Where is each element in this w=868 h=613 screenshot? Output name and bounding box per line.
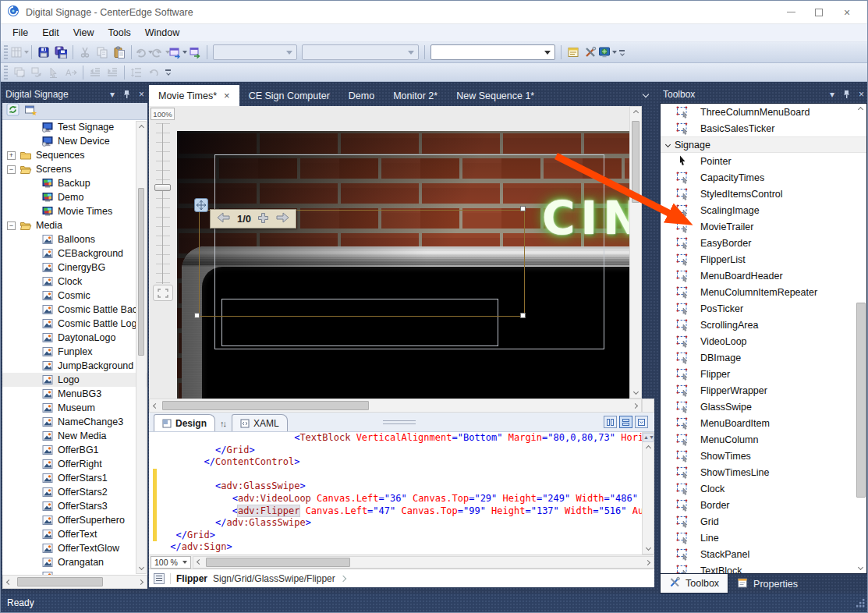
zoom-slider[interactable] bbox=[156, 123, 170, 284]
scroll-right-icon[interactable] bbox=[629, 400, 641, 412]
expand-icon[interactable]: + bbox=[7, 151, 16, 160]
toolbox-item-capacitytimes[interactable]: CapacityTimes bbox=[661, 169, 866, 186]
tree-item-daytonalogo[interactable]: DaytonaLogo bbox=[2, 331, 147, 345]
code-line[interactable]: </adv:GlassSwipe> bbox=[149, 517, 654, 530]
designer-horizontal-scrollbar[interactable] bbox=[149, 399, 642, 413]
editor-split-handle[interactable]: ▲▼ bbox=[643, 433, 654, 442]
breadcrumb-expand-icon[interactable] bbox=[340, 575, 346, 581]
code-line[interactable]: </ContentControl> bbox=[149, 456, 654, 469]
tree-item-movie-times[interactable]: Movie Times bbox=[2, 204, 147, 218]
rename-text-button[interactable]: A bbox=[62, 64, 80, 81]
scroll-down-icon[interactable] bbox=[643, 542, 654, 554]
tree-item-cosmic-battle-bac[interactable]: Cosmic Battle Bac bbox=[2, 303, 147, 317]
next-arrow-icon[interactable] bbox=[275, 212, 289, 226]
editor-vertical-scrollbar[interactable]: ▲▼ bbox=[642, 432, 654, 555]
fit-to-screen-button[interactable] bbox=[153, 285, 173, 301]
tree-item-offertext[interactable]: OfferText bbox=[2, 527, 147, 541]
toolbox-item-videoloop[interactable]: VideoLoop bbox=[661, 333, 866, 349]
copy-screen-button[interactable] bbox=[11, 64, 28, 81]
properties-window-button[interactable] bbox=[565, 44, 582, 61]
tree-item-museum[interactable]: Museum bbox=[2, 401, 147, 415]
selection-handle-top-right[interactable] bbox=[520, 206, 526, 211]
design-xaml-splitter[interactable]: Design ↑↓ XAML bbox=[149, 413, 654, 432]
doc-tab-movie-times[interactable]: Movie Times*× bbox=[149, 85, 239, 106]
line-spacing-button[interactable] bbox=[128, 64, 145, 81]
scroll-left-icon[interactable] bbox=[150, 400, 161, 412]
select-pointer-button[interactable] bbox=[45, 64, 62, 81]
toolbox-item-menucolumnitemrepeater[interactable]: MenuColumnItemRepeater bbox=[661, 284, 866, 300]
save-all-button[interactable] bbox=[52, 44, 69, 61]
copy-button[interactable] bbox=[94, 44, 111, 61]
scroll-up-icon[interactable] bbox=[643, 442, 654, 454]
tree-item-cosmic[interactable]: Cosmic bbox=[2, 289, 147, 303]
doc-tab-ce-sign-computer[interactable]: CE Sign Computer bbox=[239, 85, 339, 106]
toolbox-item-threecolumnmenuboard[interactable]: ThreeColumnMenuBoard bbox=[661, 104, 866, 120]
menu-file[interactable]: File bbox=[5, 26, 35, 40]
toolbox-item-clock[interactable]: Clock bbox=[661, 480, 866, 497]
xaml-view-tab[interactable]: XAML bbox=[232, 414, 288, 431]
pin-icon[interactable] bbox=[842, 90, 851, 99]
tree-item-cinergybg[interactable]: CinergyBG bbox=[2, 260, 147, 275]
horizontal-split-button[interactable] bbox=[619, 416, 632, 428]
cut-button[interactable] bbox=[76, 44, 94, 61]
save-button[interactable] bbox=[35, 44, 52, 61]
breadcrumb-path[interactable]: Sign/Grid/GlassSwipe/Flipper bbox=[213, 573, 335, 584]
document-outline-icon[interactable] bbox=[154, 573, 165, 584]
prev-arrow-icon[interactable] bbox=[217, 212, 231, 226]
tree-item-clock[interactable]: Clock bbox=[2, 275, 147, 289]
tree-item-test-signage[interactable]: Test Signage bbox=[2, 120, 147, 134]
scroll-right-icon[interactable] bbox=[642, 557, 654, 569]
toolbox-item-easyborder[interactable]: EasyBorder bbox=[661, 235, 866, 251]
menu-edit[interactable]: Edit bbox=[35, 26, 66, 40]
tree-item-jumpbackground[interactable]: JumpBackground bbox=[2, 359, 147, 373]
toolbox-item-pointer[interactable]: Pointer bbox=[661, 153, 866, 169]
scroll-down-icon[interactable] bbox=[855, 562, 866, 573]
toolbox-item-glassswipe[interactable]: GlassSwipe bbox=[661, 399, 866, 415]
tree-item-item[interactable] bbox=[2, 569, 147, 575]
toolbox-item-menuboarditem[interactable]: MenuBoardItem bbox=[661, 415, 866, 431]
toolbar-combo-2[interactable] bbox=[302, 44, 419, 60]
zoom-slider-thumb[interactable] bbox=[154, 184, 171, 191]
tree-item-logo[interactable]: Logo bbox=[2, 373, 147, 387]
window-position-icon[interactable]: ▾ bbox=[830, 89, 834, 100]
toolbox-item-stackpanel[interactable]: StackPanel bbox=[661, 546, 866, 562]
code-line[interactable]: </adv:Sign> bbox=[149, 541, 654, 554]
tree-item-funplex[interactable]: Funplex bbox=[2, 345, 147, 359]
tree-item-offerbg1[interactable]: OfferBG1 bbox=[2, 443, 147, 457]
toolbox-item-border[interactable]: Border bbox=[661, 497, 866, 513]
toolbar-overflow-button[interactable] bbox=[619, 50, 625, 55]
new-screen-window-icon[interactable]: ★ bbox=[24, 103, 37, 119]
toolbox-item-menuboardheader[interactable]: MenuBoardHeader bbox=[661, 268, 866, 284]
window-navigate-button[interactable] bbox=[169, 44, 186, 61]
scroll-up-icon[interactable] bbox=[630, 107, 642, 119]
refresh-icon[interactable] bbox=[6, 103, 19, 119]
tree-item-sequences[interactable]: +Sequences bbox=[2, 148, 147, 162]
toolbar-grip[interactable] bbox=[4, 66, 8, 80]
toolbox-item-showtimesline[interactable]: ShowTimesLine bbox=[661, 464, 866, 480]
toolbar-combo-1[interactable] bbox=[213, 44, 297, 60]
code-line[interactable]: <adv:GlassSwipe> bbox=[149, 480, 654, 493]
window-position-icon[interactable]: ▾ bbox=[110, 89, 115, 100]
tree-item-orangatan[interactable]: Orangatan bbox=[2, 555, 147, 569]
tree-item-screens[interactable]: −Screens bbox=[2, 162, 147, 176]
tree-item-offerstars1[interactable]: OfferStars1 bbox=[2, 471, 147, 485]
toolbar-grip[interactable] bbox=[4, 45, 8, 59]
selection-handle-bottom-right[interactable] bbox=[520, 313, 526, 318]
scroll-left-icon[interactable] bbox=[3, 576, 15, 588]
splitter-grip[interactable] bbox=[383, 420, 416, 424]
toolbox-group-signage[interactable]: Signage bbox=[661, 136, 866, 153]
vertical-split-button[interactable] bbox=[604, 416, 617, 428]
code-line[interactable]: </Grid> bbox=[149, 445, 654, 457]
toolbox-item-scalingimage[interactable]: ScalingImage bbox=[661, 202, 866, 218]
dropdown-arrow-icon[interactable] bbox=[24, 51, 29, 54]
tree-item-menubg3[interactable]: MenuBG3 bbox=[2, 387, 147, 401]
tree-item-cebackground[interactable]: CEBackground bbox=[2, 246, 147, 260]
paste-button[interactable] bbox=[111, 44, 128, 61]
dropdown-arrow-icon[interactable] bbox=[612, 51, 617, 54]
scroll-up-icon[interactable] bbox=[855, 104, 866, 115]
collapse-icon[interactable]: − bbox=[7, 221, 16, 230]
design-surface[interactable]: 100% bbox=[149, 106, 642, 399]
reset-format-button[interactable] bbox=[145, 64, 162, 81]
indent-button[interactable] bbox=[104, 64, 121, 81]
scroll-up-icon[interactable] bbox=[136, 122, 147, 133]
